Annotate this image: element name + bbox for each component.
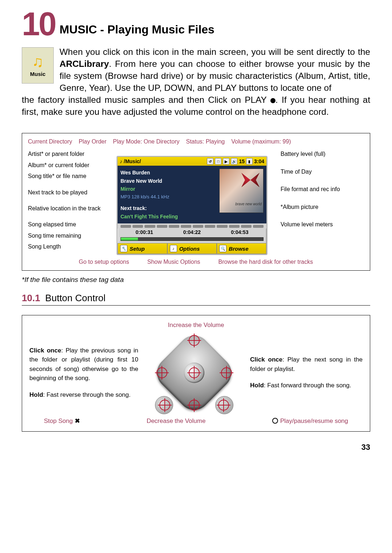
volume-icon: 🔊 xyxy=(231,158,237,165)
player-next-label: Next track: xyxy=(121,204,216,212)
player-path: /Music/ xyxy=(124,158,141,164)
music-icon-label: Music xyxy=(30,71,46,77)
lbl-play-pause: Play/pause/resume song xyxy=(272,416,348,426)
lbl-goto-setup: Go to setup options xyxy=(79,259,129,265)
options-tab[interactable]: ♪ Options xyxy=(167,243,217,254)
time-remain: 0:04:22 xyxy=(183,229,201,235)
lbl-status: Status: Playing xyxy=(186,138,225,145)
player-diagram: Current Directory Play Order Play Mode: … xyxy=(22,133,370,271)
time-length: 0:04:53 xyxy=(231,229,248,235)
button-control-diagram: Increase the Volume Click once: Play the… xyxy=(22,315,370,432)
note-icon: ♪ xyxy=(170,245,177,252)
setup-tab-label: Setup xyxy=(130,246,145,252)
lbl-next-track: Next track to be played xyxy=(28,187,108,198)
lbl-vol-meters: Volume level meters xyxy=(281,219,364,230)
player-artist: Wes Burden xyxy=(121,169,216,177)
lbl-increase-volume: Increase the Volume xyxy=(29,320,363,330)
repeat-icon: □ xyxy=(215,158,221,165)
music-note-icon: ♫ xyxy=(32,54,44,69)
dpad xyxy=(154,333,234,413)
music-folder-icon: ♪ xyxy=(120,158,122,164)
lbl-elapsed: Song elapsed time xyxy=(28,219,108,230)
chapter-number: 10 xyxy=(22,11,55,37)
battery-icon: ▮ xyxy=(246,158,253,165)
page-number: 33 xyxy=(22,443,370,452)
intro-text-2: the factory installed music samples and … xyxy=(22,94,370,118)
aim-up-icon xyxy=(189,335,200,346)
lbl-show-options: Show Music Options xyxy=(147,259,200,265)
lbl-browse-disk: Browse the hard disk for other tracks xyxy=(219,259,313,265)
lbl-play-order: Play Order xyxy=(79,138,106,145)
lbl-fast-reverse: Hold: Fast reverse through the song. xyxy=(29,390,138,400)
lbl-volume-max: Volume (maximum: 99) xyxy=(231,138,291,145)
aim-down-icon xyxy=(189,400,200,411)
wrench-icon: 🔧 xyxy=(120,245,127,252)
player-titlebar: ♪ /Music/ ↺ □ ▶ 🔊 15 ▮ 3:04 xyxy=(118,157,266,166)
lbl-rel-loc: Relative location in the track xyxy=(28,203,108,214)
circle-icon xyxy=(272,418,278,424)
player-album: Brave New World xyxy=(121,177,216,185)
diagram-footnote: *If the file contains these tag data xyxy=(22,276,370,284)
lbl-prev-song: Click once: Play the previous song in th… xyxy=(29,346,138,383)
album-art xyxy=(219,169,264,213)
lbl-battery: Battery level (full) xyxy=(281,149,364,160)
aim-play-icon xyxy=(218,400,229,411)
section-number: 10.1 xyxy=(22,292,40,304)
x-icon: ✖ xyxy=(75,416,80,426)
time-elapsed: 0:00:31 xyxy=(136,229,153,235)
lbl-stop-song: Stop Song ✖ xyxy=(44,416,80,426)
aim-stop-icon xyxy=(159,400,170,411)
section-heading: 10.1 Button Control xyxy=(22,292,370,306)
intro-text-1: When you click on this icon in the main … xyxy=(60,46,370,94)
volume-meters xyxy=(118,223,266,229)
player-next-track: Can't Fight This Feeling xyxy=(121,213,216,221)
section-title: Button Control xyxy=(45,292,106,304)
lbl-current-dir: Current Directory xyxy=(28,138,72,145)
chapter-title: MUSIC - Playing Music Files xyxy=(60,23,215,37)
lbl-album-picture: *Album picture xyxy=(281,202,364,213)
lbl-length: Song Length xyxy=(28,241,108,252)
lbl-album: Album* or current folder xyxy=(28,160,108,171)
browse-tab[interactable]: 🔍 Browse xyxy=(217,243,266,254)
progress-bar xyxy=(121,237,264,241)
music-icon: ♫ Music xyxy=(22,47,54,84)
lbl-file-format: File format and rec info xyxy=(281,184,364,195)
player-title: Mirror xyxy=(121,185,216,193)
lbl-play-mode: Play Mode: One Directory xyxy=(113,138,179,145)
shuffle-icon: ↺ xyxy=(207,158,213,165)
lbl-time-of-day: Time of Day xyxy=(281,166,364,177)
volume-value: 15 xyxy=(239,158,245,164)
aim-left-icon xyxy=(156,367,167,378)
aim-right-icon xyxy=(221,367,232,378)
aim-center-icon xyxy=(189,367,200,378)
options-tab-label: Options xyxy=(179,246,200,252)
clock-value: 3:04 xyxy=(254,158,264,164)
butterfly-icon xyxy=(241,173,260,187)
player-codec: MP3 128 kb/s 44.1 kHz xyxy=(121,193,216,201)
play-status-icon: ▶ xyxy=(223,158,229,165)
browse-tab-label: Browse xyxy=(229,246,248,252)
lbl-song-title: Song title* or file name xyxy=(28,171,108,182)
lbl-decrease-volume: Decrease the Volume xyxy=(147,416,206,426)
magnifier-icon: 🔍 xyxy=(219,245,226,252)
chapter-header: 10 MUSIC - Playing Music Files xyxy=(22,11,370,37)
lbl-fast-forward: Hold: Fast forward through the song. xyxy=(250,381,363,390)
setup-tab[interactable]: 🔧 Setup xyxy=(118,243,167,254)
lbl-next-song: Click once: Play the next song in the fo… xyxy=(250,355,363,374)
lbl-remain: Song time remaining xyxy=(28,230,108,241)
player-window: ♪ /Music/ ↺ □ ▶ 🔊 15 ▮ 3:04 Wes Burden xyxy=(117,156,268,255)
lbl-artist: Artist* or parent folder xyxy=(28,149,108,160)
